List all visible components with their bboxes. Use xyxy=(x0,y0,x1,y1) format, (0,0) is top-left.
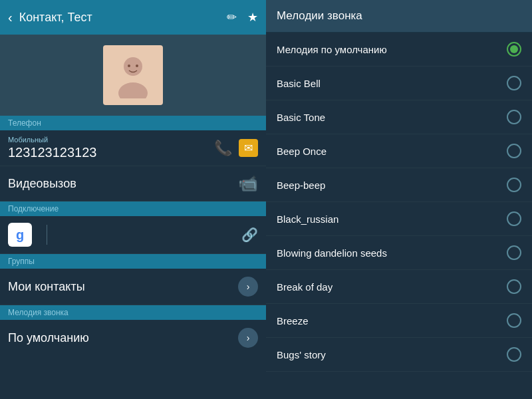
back-button[interactable]: ‹ xyxy=(8,10,13,25)
video-row: Видеовызов 📹 xyxy=(0,166,266,201)
list-item[interactable]: Blowing dandelion seeds xyxy=(266,236,532,270)
ringtone-item-label: Basic Tone xyxy=(277,112,507,123)
radio-button[interactable] xyxy=(507,42,521,57)
top-bar-actions: ✏ ★ xyxy=(227,10,258,25)
ringtone-list: Мелодия по умолчаниюBasic BellBasic Tone… xyxy=(266,33,532,399)
phone-sublabel: Мобильный xyxy=(8,136,213,144)
groups-value: Мои контакты xyxy=(8,280,238,294)
list-item[interactable]: Breeze xyxy=(266,304,532,338)
star-icon[interactable]: ★ xyxy=(247,10,258,25)
ringtone-item-label: Beep Once xyxy=(277,146,507,157)
svg-point-3 xyxy=(136,65,138,67)
link-icon[interactable]: 🔗 xyxy=(241,227,258,243)
ringtone-item-label: Bugs' story xyxy=(277,349,507,360)
groups-chevron[interactable]: › xyxy=(238,277,258,297)
list-item[interactable]: Beep-beep xyxy=(266,168,532,202)
video-label: Видеовызов xyxy=(8,177,238,191)
divider xyxy=(47,225,47,245)
connection-row: g 🔗 xyxy=(0,216,266,254)
phone-actions: 📞 ✉ xyxy=(213,138,258,158)
ringtone-row: По умолчанию › xyxy=(0,320,266,356)
ringtone-item-label: Black_russian xyxy=(277,213,507,225)
connection-section-label: Подключение xyxy=(0,201,266,216)
ringtone-item-label: Blowing dandelion seeds xyxy=(277,247,507,259)
list-item[interactable]: Beep Once xyxy=(266,134,532,168)
list-item[interactable]: Мелодия по умолчанию xyxy=(266,33,532,66)
ringtone-section-label: Мелодия звонка xyxy=(0,305,266,320)
radio-button[interactable] xyxy=(507,178,521,192)
phone-content: Мобильный 123123123123 xyxy=(8,136,213,160)
groups-row: Мои контакты › xyxy=(0,269,266,305)
avatar xyxy=(103,45,163,105)
list-item[interactable]: Basic Tone xyxy=(266,100,532,134)
radio-button[interactable] xyxy=(507,347,521,362)
svg-point-2 xyxy=(128,65,130,67)
phone-number: 123123123123 xyxy=(8,145,213,160)
phone-section-label: Телефон xyxy=(0,116,266,130)
ringtone-list-header: Мелодии звонка xyxy=(266,0,532,33)
radio-button[interactable] xyxy=(507,313,521,328)
right-panel: Мелодии звонка Мелодия по умолчаниюBasic… xyxy=(266,0,532,399)
svg-point-0 xyxy=(124,57,142,76)
call-button[interactable]: 📞 xyxy=(213,138,233,158)
ringtone-item-label: Breeze xyxy=(277,315,507,327)
radio-button[interactable] xyxy=(507,211,521,226)
top-bar: ‹ Контакт, Тест ✏ ★ xyxy=(0,0,266,35)
radio-button[interactable] xyxy=(507,279,521,294)
ringtone-item-label: Break of day xyxy=(277,281,507,293)
ringtone-chevron[interactable]: › xyxy=(238,328,258,348)
video-call-button[interactable]: 📹 xyxy=(238,174,258,193)
edit-icon[interactable]: ✏ xyxy=(227,10,237,25)
list-item[interactable]: Black_russian xyxy=(266,202,532,236)
left-panel: ‹ Контакт, Тест ✏ ★ Телефон Мобильный 12… xyxy=(0,0,266,399)
list-item[interactable]: Bugs' story xyxy=(266,338,532,372)
google-icon: g xyxy=(8,223,32,247)
phone-row: Мобильный 123123123123 📞 ✉ xyxy=(0,130,266,166)
radio-button[interactable] xyxy=(507,144,521,158)
svg-point-1 xyxy=(118,82,148,98)
avatar-section xyxy=(0,35,266,116)
ringtone-item-label: Мелодия по умолчанию xyxy=(277,44,507,55)
radio-button[interactable] xyxy=(507,245,521,260)
ringtone-value: По умолчанию xyxy=(8,331,238,345)
radio-button[interactable] xyxy=(507,76,521,90)
groups-section-label: Группы xyxy=(0,254,266,269)
message-button[interactable]: ✉ xyxy=(239,139,258,157)
list-item[interactable]: Basic Bell xyxy=(266,66,532,100)
contact-name: Контакт, Тест xyxy=(19,11,227,25)
ringtone-item-label: Basic Bell xyxy=(277,78,507,89)
ringtone-item-label: Beep-beep xyxy=(277,180,507,191)
radio-button[interactable] xyxy=(507,110,521,124)
list-item[interactable]: Break of day xyxy=(266,270,532,304)
